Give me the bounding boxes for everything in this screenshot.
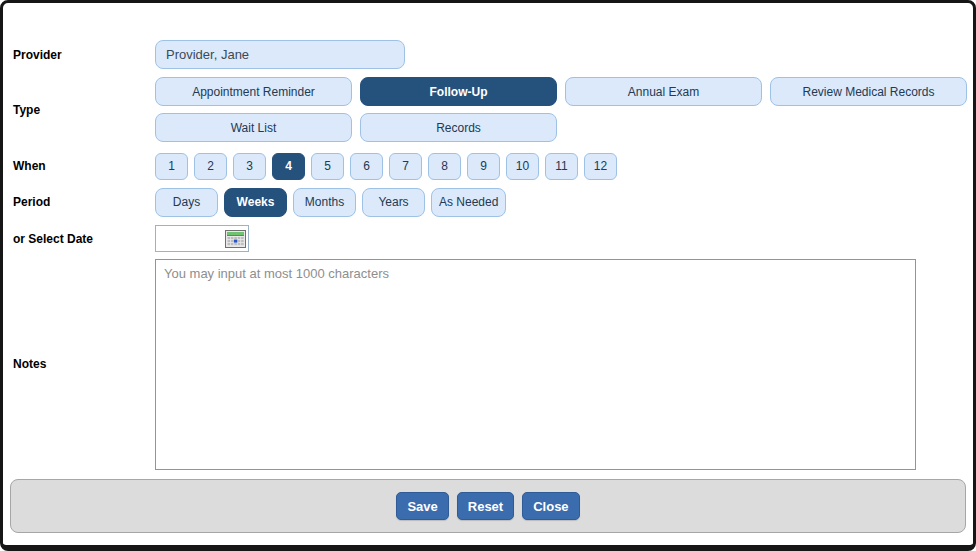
- when-button-12[interactable]: 12: [584, 153, 617, 180]
- recall-dialog: Provider Provider, Jane Type Appointment…: [0, 0, 976, 551]
- when-button-7[interactable]: 7: [389, 153, 422, 180]
- type-button-annual-exam[interactable]: Annual Exam: [565, 77, 762, 106]
- calendar-button[interactable]: [224, 229, 246, 248]
- type-button-records[interactable]: Records: [360, 113, 557, 142]
- notes-label: Notes: [13, 357, 155, 371]
- type-options-row-1: Appointment ReminderFollow-UpAnnual Exam…: [155, 77, 973, 106]
- notes-row: Notes: [3, 258, 973, 470]
- type-options-row-2: Wait ListRecords: [155, 113, 973, 142]
- type-button-follow-up[interactable]: Follow-Up: [360, 77, 557, 106]
- period-row: Period DaysWeeksMonthsYearsAs Needed: [3, 187, 973, 217]
- provider-row: Provider Provider, Jane: [3, 40, 973, 69]
- type-row: Type Appointment ReminderFollow-UpAnnual…: [3, 77, 973, 142]
- period-button-months[interactable]: Months: [293, 188, 356, 217]
- type-button-review-medical-records[interactable]: Review Medical Records: [770, 77, 967, 106]
- period-button-as-needed[interactable]: As Needed: [431, 188, 506, 217]
- provider-field[interactable]: Provider, Jane: [155, 40, 405, 69]
- when-label: When: [13, 159, 155, 173]
- when-button-4[interactable]: 4: [272, 153, 305, 180]
- period-button-weeks[interactable]: Weeks: [224, 188, 287, 217]
- provider-label: Provider: [13, 48, 155, 62]
- when-button-10[interactable]: 10: [506, 153, 539, 180]
- when-button-9[interactable]: 9: [467, 153, 500, 180]
- footer-button-reset[interactable]: Reset: [457, 492, 514, 520]
- footer-bar: SaveResetClose: [10, 479, 966, 533]
- when-button-5[interactable]: 5: [311, 153, 344, 180]
- footer-button-save[interactable]: Save: [396, 492, 448, 520]
- when-options: 123456789101112: [155, 153, 973, 180]
- type-label: Type: [13, 103, 155, 117]
- date-row: or Select Date: [3, 225, 973, 252]
- notes-textarea[interactable]: [155, 259, 916, 470]
- type-button-wait-list[interactable]: Wait List: [155, 113, 352, 142]
- when-button-2[interactable]: 2: [194, 153, 227, 180]
- date-box: [155, 225, 249, 252]
- period-button-days[interactable]: Days: [155, 188, 218, 217]
- period-button-years[interactable]: Years: [362, 188, 425, 217]
- calendar-icon: [225, 230, 246, 248]
- when-button-3[interactable]: 3: [233, 153, 266, 180]
- period-label: Period: [13, 195, 155, 209]
- select-date-label: or Select Date: [13, 232, 155, 246]
- when-button-6[interactable]: 6: [350, 153, 383, 180]
- when-button-11[interactable]: 11: [545, 153, 578, 180]
- when-button-1[interactable]: 1: [155, 153, 188, 180]
- footer-button-close[interactable]: Close: [522, 492, 579, 520]
- when-row: When 123456789101112: [3, 152, 973, 180]
- when-button-8[interactable]: 8: [428, 153, 461, 180]
- type-button-appointment-reminder[interactable]: Appointment Reminder: [155, 77, 352, 106]
- period-options: DaysWeeksMonthsYearsAs Needed: [155, 188, 973, 217]
